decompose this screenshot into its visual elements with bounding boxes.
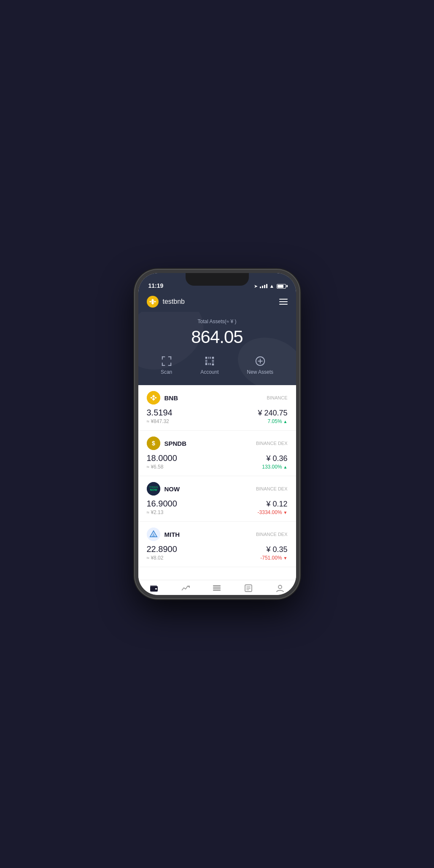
svg-rect-10 (162, 365, 164, 366)
wallet-icon (149, 584, 159, 595)
now-arrow-down-icon: ▼ (283, 510, 288, 515)
svg-rect-14 (205, 357, 208, 359)
hamburger-line-3 (279, 304, 288, 305)
now-price: ¥ 0.12 (266, 500, 287, 509)
battery-fill (278, 285, 283, 288)
spndb-price-group: ¥ 0.36 133.00% ▲ (262, 454, 287, 470)
svg-rect-6 (162, 356, 164, 357)
now-value: ≈ ¥2.13 (147, 509, 177, 515)
battery-icon (277, 284, 286, 289)
svg-rect-12 (168, 365, 171, 366)
svg-text:$: $ (152, 440, 155, 447)
nav-item-trade[interactable]: Trade (170, 584, 201, 595)
hamburger-line-1 (279, 299, 288, 300)
spndb-arrow-up-icon: ▲ (283, 465, 288, 469)
svg-rect-9 (170, 356, 171, 359)
spndb-balance: 18.0000 (147, 453, 177, 463)
hamburger-menu-button[interactable] (279, 299, 288, 305)
mith-value: ≈ ¥8.02 (147, 555, 177, 561)
svg-rect-13 (170, 363, 171, 366)
scan-label: Scan (161, 369, 172, 375)
header-username: testbnb (163, 298, 185, 305)
asset-top-bnb: BNB Binance (147, 391, 288, 405)
asset-bottom-mith: 22.8900 ≈ ¥8.02 ¥ 0.35 -751.00% ▼ (147, 544, 288, 561)
svg-point-52 (278, 585, 282, 589)
now-symbol: NOW (164, 485, 180, 493)
svg-rect-22 (212, 357, 214, 359)
mith-change: -751.00% ▼ (260, 555, 287, 561)
bnb-symbol: BNB (164, 394, 178, 402)
mith-symbol: MITH (164, 531, 180, 538)
mith-price: ¥ 0.35 (266, 545, 287, 554)
status-icons: ➤ ▲ (254, 283, 286, 289)
spndb-value: ≈ ¥6.58 (147, 464, 177, 470)
svg-rect-51 (246, 589, 249, 590)
screen: 11:19 ➤ ▲ (138, 273, 296, 595)
mith-asset-logo (147, 528, 160, 541)
asset-item-now[interactable]: NOW TOKEN NOW BINANCE DEX 16.9000 ≈ ¥2.1… (138, 476, 296, 522)
new-assets-icon (255, 356, 266, 367)
bottom-nav: Wallet Trade (138, 580, 296, 595)
asset-top-spndb: $ SPNDB BINANCE DEX (147, 437, 288, 450)
total-assets-amount: 864.05 (147, 327, 288, 347)
browser-icon (212, 584, 221, 595)
svg-point-26 (256, 357, 264, 365)
now-balance: 16.9000 (147, 499, 177, 509)
svg-rect-50 (246, 588, 251, 589)
mith-balance-group: 22.8900 ≈ ¥8.02 (147, 544, 177, 561)
svg-rect-23 (212, 360, 214, 361)
spndb-balance-group: 18.0000 ≈ ¥6.58 (147, 453, 177, 470)
status-time: 11:19 (148, 282, 164, 289)
bnb-change: 7.05% ▲ (268, 418, 288, 424)
svg-rect-44 (150, 585, 157, 587)
account-label: Account (200, 369, 218, 375)
svg-text:NOW: NOW (150, 488, 157, 491)
svg-rect-21 (210, 363, 211, 365)
nav-item-me[interactable]: Me (264, 584, 296, 595)
mith-balance: 22.8900 (147, 544, 177, 554)
svg-rect-45 (213, 585, 221, 587)
location-icon: ➤ (254, 284, 258, 289)
svg-rect-28 (258, 361, 262, 362)
asset-item-bnb[interactable]: BNB Binance 3.5194 ≈ ¥847.32 ¥ 240.75 7.… (138, 385, 296, 431)
svg-rect-11 (162, 363, 162, 366)
svg-rect-16 (205, 362, 208, 362)
account-action[interactable]: Account (200, 356, 218, 375)
wifi-icon: ▲ (270, 283, 275, 289)
spndb-change: 133.00% ▲ (262, 464, 287, 470)
phone-frame: 11:19 ➤ ▲ (135, 270, 299, 598)
bnb-value: ≈ ¥847.32 (147, 418, 173, 424)
asset-bottom-spndb: 18.0000 ≈ ¥6.58 ¥ 0.36 133.00% ▲ (147, 453, 288, 470)
app-header: testbnb (138, 292, 296, 312)
svg-rect-18 (208, 357, 209, 359)
header-left: testbnb (147, 296, 185, 308)
now-balance-group: 16.9000 ≈ ¥2.13 (147, 499, 177, 515)
new-assets-action[interactable]: New Assets (247, 356, 273, 375)
mith-price-group: ¥ 0.35 -751.00% ▼ (260, 545, 287, 561)
bnb-price: ¥ 240.75 (258, 409, 287, 418)
svg-rect-43 (155, 588, 157, 589)
notch (186, 273, 249, 286)
svg-rect-17 (205, 363, 208, 365)
bnb-balance: 3.5194 (147, 408, 173, 418)
me-icon (275, 584, 285, 595)
status-bar: 11:19 ➤ ▲ (138, 273, 296, 292)
nav-item-news[interactable]: News (233, 584, 264, 595)
bnb-header-logo (147, 296, 159, 308)
bnb-arrow-up-icon: ▲ (283, 419, 288, 424)
now-asset-logo: NOW TOKEN (147, 482, 160, 496)
asset-top-mith: MITH BINANCE DEX (147, 528, 288, 541)
scan-action[interactable]: Scan (161, 356, 172, 375)
nav-item-browser[interactable]: Browser (201, 584, 233, 595)
asset-item-spndb[interactable]: $ SPNDB BINANCE DEX 18.0000 ≈ ¥6.58 ¥ 0.… (138, 431, 296, 476)
svg-rect-46 (213, 587, 221, 589)
new-assets-label: New Assets (247, 369, 273, 375)
nav-item-wallet[interactable]: Wallet (138, 584, 170, 595)
spndb-asset-logo: $ (147, 437, 160, 450)
asset-bottom-bnb: 3.5194 ≈ ¥847.32 ¥ 240.75 7.05% ▲ (147, 408, 288, 424)
mith-exchange: BINANCE DEX (256, 532, 288, 537)
spndb-price: ¥ 0.36 (266, 454, 287, 463)
svg-rect-19 (210, 357, 211, 359)
asset-item-mith[interactable]: MITH BINANCE DEX 22.8900 ≈ ¥8.02 ¥ 0.35 … (138, 522, 296, 567)
asset-bottom-now: 16.9000 ≈ ¥2.13 ¥ 0.12 -3334.00% ▼ (147, 499, 288, 515)
